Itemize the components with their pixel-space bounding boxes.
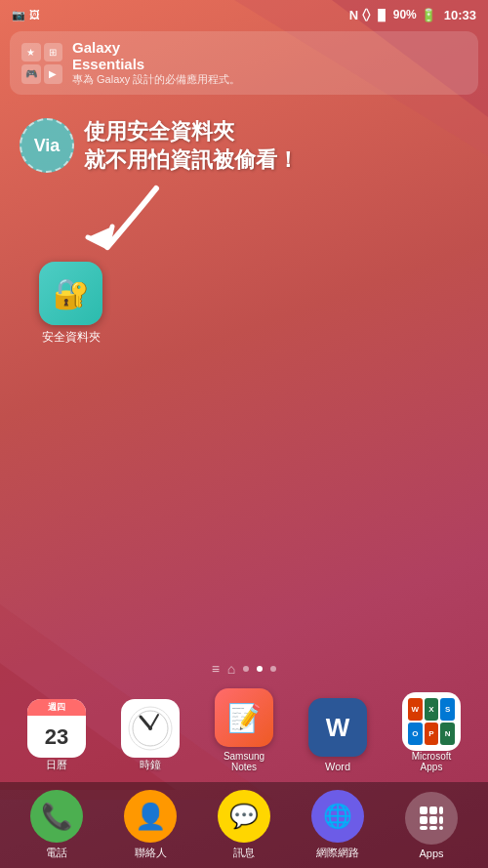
calendar-date: 23 bbox=[27, 716, 86, 758]
messages-icon[interactable]: 💬 bbox=[218, 790, 270, 843]
calendar-icon: 週四 23 bbox=[27, 699, 86, 758]
messages-glyph: 💬 bbox=[229, 803, 259, 830]
microsoft-apps-icon: W X S O P N bbox=[402, 692, 461, 751]
svg-point-4 bbox=[148, 726, 152, 730]
messages-label: 訊息 bbox=[233, 846, 255, 860]
essentials-description: 專為 Galaxy 設計的必備應用程式。 bbox=[72, 72, 240, 87]
nfc-icon: N bbox=[349, 8, 358, 22]
calendar-day: 週四 bbox=[27, 699, 86, 716]
samsung-notes-label: SamsungNotes bbox=[224, 751, 264, 772]
via-label: Via bbox=[34, 136, 61, 156]
battery-icon: 🔋 bbox=[421, 8, 436, 22]
ms-cell-onedrive: O bbox=[408, 723, 423, 745]
svg-rect-12 bbox=[429, 826, 437, 830]
phone-icon[interactable]: 📞 bbox=[30, 790, 83, 843]
contacts-icon[interactable]: 👤 bbox=[124, 790, 177, 843]
ms-cell-word: W bbox=[408, 698, 423, 721]
calendar-label: 日曆 bbox=[46, 758, 67, 772]
page-dot-3 bbox=[270, 666, 276, 672]
svg-rect-11 bbox=[420, 826, 427, 830]
notes-glyph: 📝 bbox=[227, 702, 262, 734]
phone-label: 電話 bbox=[46, 846, 67, 860]
essentials-subtitle: Essentials bbox=[72, 56, 240, 72]
via-bubble: Via bbox=[20, 118, 74, 173]
battery-percent: 90% bbox=[393, 8, 417, 21]
phone-glyph: 📞 bbox=[41, 802, 72, 832]
ess-grid-icon: ⊞ bbox=[44, 43, 63, 62]
signal-icon: ▐▌ bbox=[374, 9, 389, 21]
main-content: Via 使用安全資料夾 就不用怕資訊被偷看！ 🔐 安全資料夾 bbox=[0, 99, 488, 346]
menu-indicator: ≡ bbox=[212, 661, 220, 677]
dock-item-browser[interactable]: 🌐 網際網路 bbox=[299, 790, 377, 860]
svg-rect-9 bbox=[429, 816, 437, 824]
ess-game-icon: 🎮 bbox=[21, 64, 41, 84]
ess-star-icon: ★ bbox=[21, 43, 41, 62]
svg-rect-13 bbox=[439, 826, 443, 830]
dock-item-phone[interactable]: 📞 電話 bbox=[18, 790, 96, 860]
page-dot-2 bbox=[257, 666, 263, 672]
app-item-calendar[interactable]: 週四 23 日曆 bbox=[18, 699, 96, 772]
app-item-clock[interactable]: 時鐘 bbox=[111, 699, 189, 772]
annotation-line1: 使用安全資料夾 bbox=[84, 118, 299, 146]
svg-rect-10 bbox=[439, 816, 443, 824]
annotation-text: 使用安全資料夾 就不用怕資訊被偷看！ bbox=[84, 118, 299, 174]
contacts-glyph: 👤 bbox=[135, 802, 166, 832]
status-right-icons: N 〈〉 ▐▌ 90% 🔋 10:33 bbox=[349, 7, 476, 22]
home-indicator: ⌂ bbox=[227, 661, 235, 677]
apps-label: Apps bbox=[419, 847, 443, 859]
word-glyph: W bbox=[326, 713, 350, 743]
status-bar: 📷 🖼 N 〈〉 ▐▌ 90% 🔋 10:33 bbox=[0, 0, 488, 27]
lock-icon: 🔐 bbox=[53, 276, 89, 310]
dock-item-contacts[interactable]: 👤 聯絡人 bbox=[111, 790, 189, 860]
via-section: Via 使用安全資料夾 就不用怕資訊被偷看！ bbox=[20, 118, 468, 174]
screenshot-icon: 📷 bbox=[12, 9, 25, 21]
ms-cell-onenote: N bbox=[440, 723, 455, 745]
ms-cell-skype: S bbox=[440, 698, 455, 721]
ess-play-icon: ▶ bbox=[44, 64, 63, 84]
apps-section: ≡ ⌂ 週四 23 日曆 bbox=[0, 661, 488, 780]
status-left-icons: 📷 🖼 bbox=[12, 9, 40, 21]
essentials-title: Galaxy bbox=[72, 39, 240, 56]
svg-rect-5 bbox=[420, 806, 427, 814]
dock-item-messages[interactable]: 💬 訊息 bbox=[205, 790, 283, 860]
app-item-samsung-notes[interactable]: 📝 SamsungNotes bbox=[205, 688, 283, 772]
annotation-line2: 就不用怕資訊被偷看！ bbox=[84, 146, 299, 175]
apps-grid-icon bbox=[416, 803, 447, 834]
word-label: Word bbox=[325, 761, 350, 772]
clock-svg bbox=[127, 705, 174, 752]
apps-icon[interactable] bbox=[405, 792, 458, 845]
time-display: 10:33 bbox=[444, 8, 476, 22]
svg-rect-8 bbox=[420, 816, 427, 824]
page-indicator: ≡ ⌂ bbox=[10, 661, 478, 677]
arrow-icon bbox=[78, 184, 176, 267]
secure-folder-label: 安全資料夾 bbox=[39, 329, 102, 346]
contacts-label: 聯絡人 bbox=[135, 846, 167, 860]
wifi-icon: 〈〉 bbox=[362, 7, 370, 22]
clock-icon bbox=[121, 699, 180, 758]
microsoft-apps-label: MicrosoftApps bbox=[412, 751, 452, 772]
samsung-notes-icon: 📝 bbox=[215, 688, 273, 747]
app-item-microsoft-apps[interactable]: W X S O P N MicrosoftApps bbox=[392, 692, 470, 772]
essentials-banner[interactable]: ★ ⊞ 🎮 ▶ Galaxy Essentials 專為 Galaxy 設計的必… bbox=[10, 31, 478, 95]
ms-cell-powerpoint: P bbox=[425, 723, 439, 745]
bottom-dock: 📞 電話 👤 聯絡人 💬 訊息 🌐 網際網路 bbox=[0, 782, 488, 868]
essentials-text-block: Galaxy Essentials 專為 Galaxy 設計的必備應用程式。 bbox=[72, 39, 240, 87]
dock-item-apps[interactable]: Apps bbox=[392, 792, 470, 859]
arrow-container bbox=[29, 184, 468, 271]
browser-icon[interactable]: 🌐 bbox=[311, 790, 364, 843]
page-dot-1 bbox=[243, 666, 249, 672]
browser-label: 網際網路 bbox=[316, 846, 359, 860]
app-row: 週四 23 日曆 時鐘 📝 bbox=[10, 688, 478, 772]
secure-folder-section[interactable]: 🔐 安全資料夾 bbox=[39, 262, 468, 346]
clock-label: 時鐘 bbox=[140, 758, 161, 772]
svg-rect-6 bbox=[429, 806, 437, 814]
ms-cell-excel: X bbox=[425, 698, 439, 721]
image-icon: 🖼 bbox=[29, 9, 40, 21]
essentials-icon-grid: ★ ⊞ 🎮 ▶ bbox=[21, 43, 62, 84]
svg-rect-7 bbox=[439, 806, 443, 814]
word-icon: W bbox=[308, 698, 367, 757]
browser-glyph: 🌐 bbox=[323, 803, 352, 830]
app-item-word[interactable]: W Word bbox=[299, 698, 377, 772]
